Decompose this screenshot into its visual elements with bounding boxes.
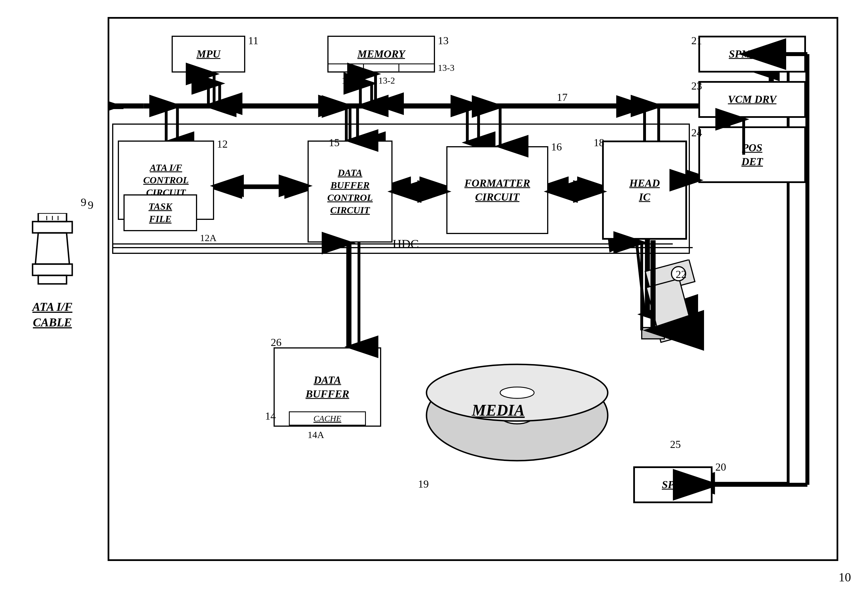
ref-22: 22	[676, 268, 686, 281]
ata-cable-area: 9 ATA I/F CABLE	[9, 198, 96, 330]
vcm-drv-label: VCM DRV	[728, 92, 776, 106]
mpu-label: MPU	[196, 47, 220, 61]
svg-rect-1	[32, 222, 72, 233]
ref-26: 26	[271, 336, 282, 349]
main-circuit-box: MPU 11 MEMORY 13 13-3 13-1 13-2 17 SPM D…	[108, 17, 838, 561]
media-label: MEDIA	[472, 401, 525, 419]
cable-icon	[27, 213, 78, 293]
spm-block: SPM	[633, 466, 713, 503]
data-buffer-label: DATA BUFFER	[306, 373, 349, 401]
ref-13-1: 13-1	[341, 75, 358, 86]
ref-16: 16	[551, 140, 562, 153]
ref-10-label: 10	[838, 570, 851, 584]
spm-drv-block: SPM DRV	[698, 36, 806, 72]
hdc-label: HDC	[393, 237, 419, 251]
ref-23: 23	[691, 80, 702, 92]
data-buffer-control-block: DATA BUFFER CONTROL CIRCUIT	[307, 140, 393, 243]
ref-19: 19	[418, 478, 429, 490]
page: 9 ATA I/F CABLE	[0, 0, 868, 593]
spm-drv-label: SPM DRV	[729, 47, 775, 61]
arm-svg	[591, 260, 704, 359]
head-ic-block: HEAD IC	[602, 140, 687, 240]
svg-rect-51	[642, 328, 664, 339]
formatter-label: FORMATTER CIRCUIT	[465, 176, 530, 204]
vcm-drv-block: VCM DRV	[698, 81, 806, 118]
ref-12: 12	[217, 138, 228, 150]
ref-25: 25	[670, 438, 681, 451]
ref-13-3: 13-3	[438, 63, 455, 73]
task-file-block: TASK FILE	[124, 194, 197, 231]
ref-20: 20	[715, 461, 726, 473]
ref-17: 17	[557, 91, 568, 104]
ref-15: 15	[329, 136, 340, 149]
ata-if-control-label: ATA I/F CONTROL CIRCUIT	[143, 161, 189, 199]
head-ic-label: HEAD IC	[629, 176, 660, 204]
cache-label: CACHE	[313, 414, 341, 423]
memory-label: MEMORY	[357, 47, 405, 61]
ref-24: 24	[691, 126, 702, 139]
data-buffer-control-label: DATA BUFFER CONTROL CIRCUIT	[328, 167, 373, 217]
spm-label: SPM	[662, 478, 684, 492]
svg-rect-3	[38, 275, 66, 284]
ref-18: 18	[593, 136, 604, 149]
task-file-label: TASK FILE	[148, 200, 172, 225]
data-buffer-block: DATA BUFFER CACHE	[273, 348, 381, 427]
mpu-block: MPU	[171, 36, 245, 72]
memory-block: MEMORY	[328, 36, 435, 72]
formatter-block: FORMATTER CIRCUIT	[446, 146, 548, 234]
ref-11: 11	[248, 34, 258, 47]
svg-point-48	[500, 387, 534, 398]
ata-cable-label: ATA I/F CABLE	[9, 299, 96, 330]
pos-label: POS DET	[741, 141, 763, 169]
ref-13-2: 13-2	[378, 75, 395, 86]
ref-14a: 14A	[307, 429, 324, 440]
ref-14: 14	[265, 410, 276, 422]
ref-13: 13	[438, 34, 449, 47]
ref-12a: 12A	[200, 233, 217, 243]
svg-rect-2	[32, 264, 72, 275]
ref-9-positioned: 9	[81, 195, 86, 209]
pos-det-block: POS DET	[698, 126, 806, 183]
ref-21: 21	[691, 34, 702, 47]
